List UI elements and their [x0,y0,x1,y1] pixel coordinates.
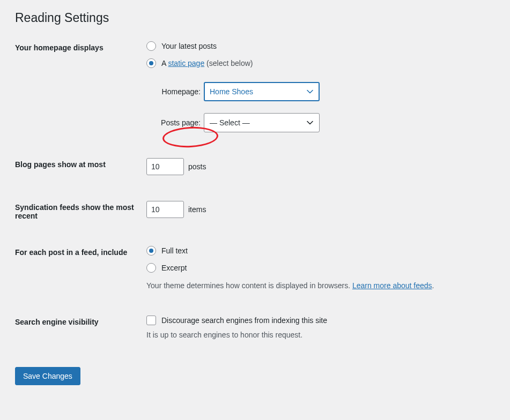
radio-excerpt-label[interactable]: Excerpt [161,264,187,272]
blog-pages-input[interactable] [146,158,184,175]
discourage-checkbox[interactable] [146,316,156,325]
search-visibility-label: Search engine visibility [15,316,146,326]
feed-include-label: For each post in a feed, include [15,246,146,257]
radio-full-text[interactable] [146,246,156,256]
radio-excerpt[interactable] [146,263,156,273]
posts-page-select[interactable]: — Select — [204,113,320,132]
homepage-select-label: Homepage: [146,87,204,96]
syndication-suffix: items [188,205,206,214]
static-page-link[interactable]: static page [168,59,204,68]
search-visibility-desc: It is up to search engines to honor this… [146,331,495,339]
homepage-select-value: Home Shoes [210,87,253,96]
radio-static-page[interactable] [146,58,156,68]
save-button[interactable]: Save Changes [15,367,80,385]
radio-full-text-label[interactable]: Full text [161,246,188,255]
feed-desc: Your theme determines how content is dis… [146,281,495,290]
static-prefix: A [161,59,168,68]
static-suffix: (select below) [204,59,253,68]
posts-page-select-value: — Select — [210,118,250,127]
page-title: Reading Settings [15,11,495,25]
learn-more-feeds-link[interactable]: Learn more about feeds [352,281,432,290]
posts-page-select-label: Posts page: [146,118,204,127]
homepage-select[interactable]: Home Shoes [204,82,320,101]
radio-latest-posts[interactable] [146,41,156,51]
chevron-down-icon [306,119,314,126]
homepage-displays-label: Your homepage displays [15,41,146,52]
blog-pages-label: Blog pages show at most [15,158,146,169]
syndication-input[interactable] [146,201,184,218]
feed-desc-prefix: Your theme determines how content is dis… [146,281,352,290]
chevron-down-icon [306,88,314,95]
discourage-checkbox-label[interactable]: Discourage search engines from indexing … [161,316,327,325]
blog-pages-suffix: posts [188,162,206,171]
syndication-label: Syndication feeds show the most recent [15,201,146,220]
feed-desc-suffix: . [432,281,434,290]
radio-latest-posts-label[interactable]: Your latest posts [161,42,217,50]
radio-static-page-label[interactable]: A static page (select below) [161,59,253,68]
